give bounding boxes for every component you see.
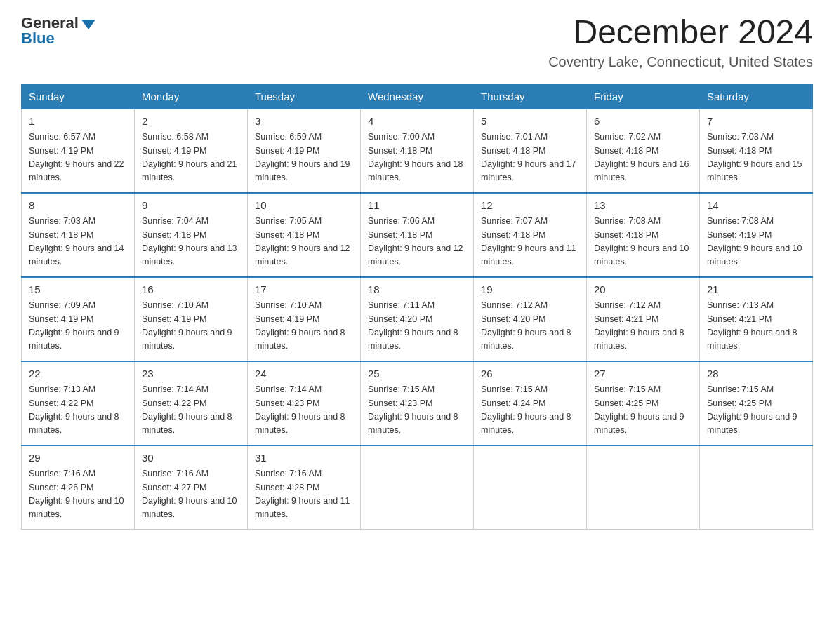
calendar-day-cell: 31 Sunrise: 7:16 AM Sunset: 4:28 PM Dayl… [248,445,361,530]
day-number: 11 [368,198,466,214]
page-header: General Blue December 2024 Coventry Lake… [21,14,813,70]
calendar-day-cell: 28 Sunrise: 7:15 AM Sunset: 4:25 PM Dayl… [700,361,813,445]
day-number: 4 [368,114,466,130]
day-info: Sunrise: 7:08 AM Sunset: 4:18 PM Dayligh… [594,215,692,269]
calendar-day-cell: 2 Sunrise: 6:58 AM Sunset: 4:19 PM Dayli… [135,109,248,193]
calendar-day-cell [587,445,700,530]
day-number: 3 [255,114,353,130]
day-number: 24 [255,366,353,382]
day-info: Sunrise: 7:06 AM Sunset: 4:18 PM Dayligh… [368,215,466,269]
calendar-day-cell: 10 Sunrise: 7:05 AM Sunset: 4:18 PM Dayl… [248,193,361,277]
day-info: Sunrise: 7:15 AM Sunset: 4:25 PM Dayligh… [707,383,805,438]
day-number: 20 [594,282,692,298]
day-info: Sunrise: 7:03 AM Sunset: 4:18 PM Dayligh… [707,130,805,185]
day-number: 2 [142,114,240,130]
calendar-day-cell [700,445,813,530]
day-number: 5 [481,114,579,130]
day-info: Sunrise: 7:03 AM Sunset: 4:18 PM Dayligh… [29,215,127,269]
day-number: 31 [255,450,353,467]
logo-blue-text: Blue [21,29,55,48]
day-info: Sunrise: 7:02 AM Sunset: 4:18 PM Dayligh… [594,130,692,185]
calendar-day-cell: 14 Sunrise: 7:08 AM Sunset: 4:19 PM Dayl… [700,193,813,277]
calendar-week-row: 15 Sunrise: 7:09 AM Sunset: 4:19 PM Dayl… [22,277,813,361]
calendar-day-cell: 24 Sunrise: 7:14 AM Sunset: 4:23 PM Dayl… [248,361,361,445]
calendar-day-cell: 18 Sunrise: 7:11 AM Sunset: 4:20 PM Dayl… [361,277,474,361]
weekday-header-friday: Friday [587,84,700,109]
calendar-day-cell: 16 Sunrise: 7:10 AM Sunset: 4:19 PM Dayl… [135,277,248,361]
day-number: 14 [707,198,805,214]
day-info: Sunrise: 7:00 AM Sunset: 4:18 PM Dayligh… [368,130,466,185]
calendar-day-cell: 23 Sunrise: 7:14 AM Sunset: 4:22 PM Dayl… [135,361,248,445]
calendar-day-cell: 12 Sunrise: 7:07 AM Sunset: 4:18 PM Dayl… [474,193,587,277]
calendar-week-row: 1 Sunrise: 6:57 AM Sunset: 4:19 PM Dayli… [22,109,813,193]
calendar-table: SundayMondayTuesdayWednesdayThursdayFrid… [21,84,813,530]
day-info: Sunrise: 7:09 AM Sunset: 4:19 PM Dayligh… [29,299,127,354]
day-number: 9 [142,198,240,214]
day-number: 29 [29,450,127,467]
day-info: Sunrise: 6:57 AM Sunset: 4:19 PM Dayligh… [29,130,127,185]
calendar-day-cell [474,445,587,530]
day-number: 10 [255,198,353,214]
day-info: Sunrise: 7:13 AM Sunset: 4:21 PM Dayligh… [707,299,805,354]
day-number: 26 [481,366,579,382]
day-number: 17 [255,282,353,298]
day-info: Sunrise: 7:16 AM Sunset: 4:27 PM Dayligh… [142,467,240,522]
day-number: 1 [29,114,127,130]
calendar-day-cell: 21 Sunrise: 7:13 AM Sunset: 4:21 PM Dayl… [700,277,813,361]
calendar-day-cell: 9 Sunrise: 7:04 AM Sunset: 4:18 PM Dayli… [135,193,248,277]
day-number: 16 [142,282,240,298]
day-info: Sunrise: 7:10 AM Sunset: 4:19 PM Dayligh… [255,299,353,354]
calendar-day-cell: 11 Sunrise: 7:06 AM Sunset: 4:18 PM Dayl… [361,193,474,277]
day-info: Sunrise: 7:01 AM Sunset: 4:18 PM Dayligh… [481,130,579,185]
day-number: 30 [142,450,240,467]
calendar-day-cell: 19 Sunrise: 7:12 AM Sunset: 4:20 PM Dayl… [474,277,587,361]
calendar-day-cell: 15 Sunrise: 7:09 AM Sunset: 4:19 PM Dayl… [22,277,135,361]
day-number: 21 [707,282,805,298]
calendar-day-cell [361,445,474,530]
day-info: Sunrise: 7:16 AM Sunset: 4:28 PM Dayligh… [255,467,353,522]
day-info: Sunrise: 7:05 AM Sunset: 4:18 PM Dayligh… [255,215,353,269]
day-info: Sunrise: 7:15 AM Sunset: 4:23 PM Dayligh… [368,383,466,438]
day-info: Sunrise: 7:07 AM Sunset: 4:18 PM Dayligh… [481,215,579,269]
weekday-header-row: SundayMondayTuesdayWednesdayThursdayFrid… [22,84,813,109]
weekday-header-saturday: Saturday [700,84,813,109]
day-info: Sunrise: 7:15 AM Sunset: 4:25 PM Dayligh… [594,383,692,438]
calendar-week-row: 8 Sunrise: 7:03 AM Sunset: 4:18 PM Dayli… [22,193,813,277]
day-info: Sunrise: 7:15 AM Sunset: 4:24 PM Dayligh… [481,383,579,438]
calendar-day-cell: 6 Sunrise: 7:02 AM Sunset: 4:18 PM Dayli… [587,109,700,193]
calendar-day-cell: 29 Sunrise: 7:16 AM Sunset: 4:26 PM Dayl… [22,445,135,530]
title-section: December 2024 Coventry Lake, Connecticut… [548,14,813,70]
calendar-day-cell: 22 Sunrise: 7:13 AM Sunset: 4:22 PM Dayl… [22,361,135,445]
calendar-day-cell: 30 Sunrise: 7:16 AM Sunset: 4:27 PM Dayl… [135,445,248,530]
calendar-day-cell: 4 Sunrise: 7:00 AM Sunset: 4:18 PM Dayli… [361,109,474,193]
day-number: 25 [368,366,466,382]
weekday-header-tuesday: Tuesday [248,84,361,109]
day-info: Sunrise: 6:58 AM Sunset: 4:19 PM Dayligh… [142,130,240,185]
calendar-week-row: 29 Sunrise: 7:16 AM Sunset: 4:26 PM Dayl… [22,445,813,530]
calendar-day-cell: 27 Sunrise: 7:15 AM Sunset: 4:25 PM Dayl… [587,361,700,445]
day-info: Sunrise: 7:12 AM Sunset: 4:20 PM Dayligh… [481,299,579,354]
calendar-day-cell: 3 Sunrise: 6:59 AM Sunset: 4:19 PM Dayli… [248,109,361,193]
day-number: 22 [29,366,127,382]
calendar-day-cell: 26 Sunrise: 7:15 AM Sunset: 4:24 PM Dayl… [474,361,587,445]
day-info: Sunrise: 7:14 AM Sunset: 4:22 PM Dayligh… [142,383,240,438]
calendar-week-row: 22 Sunrise: 7:13 AM Sunset: 4:22 PM Dayl… [22,361,813,445]
day-info: Sunrise: 7:04 AM Sunset: 4:18 PM Dayligh… [142,215,240,269]
day-number: 8 [29,198,127,214]
day-number: 18 [368,282,466,298]
calendar-day-cell: 13 Sunrise: 7:08 AM Sunset: 4:18 PM Dayl… [587,193,700,277]
day-info: Sunrise: 7:13 AM Sunset: 4:22 PM Dayligh… [29,383,127,438]
day-info: Sunrise: 7:08 AM Sunset: 4:19 PM Dayligh… [707,215,805,269]
calendar-day-cell: 7 Sunrise: 7:03 AM Sunset: 4:18 PM Dayli… [700,109,813,193]
weekday-header-thursday: Thursday [474,84,587,109]
day-info: Sunrise: 7:14 AM Sunset: 4:23 PM Dayligh… [255,383,353,438]
day-number: 7 [707,114,805,130]
calendar-day-cell: 20 Sunrise: 7:12 AM Sunset: 4:21 PM Dayl… [587,277,700,361]
logo: General Blue [21,14,95,48]
day-number: 19 [481,282,579,298]
calendar-day-cell: 1 Sunrise: 6:57 AM Sunset: 4:19 PM Dayli… [22,109,135,193]
day-number: 27 [594,366,692,382]
day-info: Sunrise: 7:11 AM Sunset: 4:20 PM Dayligh… [368,299,466,354]
day-number: 13 [594,198,692,214]
calendar-day-cell: 25 Sunrise: 7:15 AM Sunset: 4:23 PM Dayl… [361,361,474,445]
